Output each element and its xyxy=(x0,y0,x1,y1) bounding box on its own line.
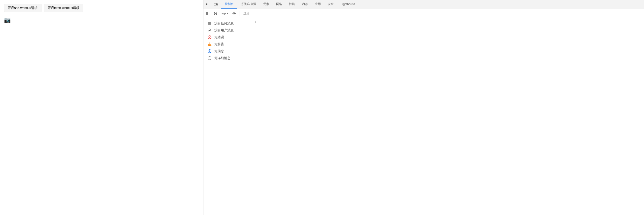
sse-button[interactable]: 开启sse-webflux请求 xyxy=(4,4,42,12)
tab-lighthouse[interactable]: Lighthouse xyxy=(337,0,359,9)
inspect-icon[interactable] xyxy=(204,1,211,8)
filter-item-errors[interactable]: 无错误 xyxy=(204,34,253,41)
tab-security[interactable]: 安全 xyxy=(324,0,337,9)
user-icon xyxy=(208,28,212,33)
devtools-panel: 控制台 源代码/来源 元素 网络 性能 内存 应用 安全 Lighthouse xyxy=(204,0,644,215)
svg-rect-0 xyxy=(206,3,207,3)
svg-rect-12 xyxy=(206,12,210,15)
clear-console-icon[interactable] xyxy=(212,10,219,17)
info-icon xyxy=(208,49,212,53)
filter-input[interactable] xyxy=(242,11,642,16)
tab-elements[interactable]: 元素 xyxy=(260,0,273,9)
warning-icon xyxy=(208,42,212,46)
svg-rect-10 xyxy=(216,4,218,5)
error-icon xyxy=(208,35,212,40)
context-label: top xyxy=(222,12,226,15)
eye-icon[interactable] xyxy=(231,10,237,17)
console-main: › xyxy=(253,18,644,215)
responsive-icon[interactable] xyxy=(212,1,219,8)
svg-rect-4 xyxy=(207,4,208,4)
filter-sidebar: 没有任何消息 没有用户消息 xyxy=(204,18,253,215)
context-selector[interactable]: top ▾ xyxy=(220,11,230,16)
filter-errors-label: 无错误 xyxy=(214,35,224,40)
webpage-buttons: 开启sse-webflux请求 开启fetch-webflux请求 xyxy=(4,4,199,12)
list-icon xyxy=(208,21,212,26)
svg-rect-1 xyxy=(207,3,208,3)
svg-point-20 xyxy=(209,29,210,31)
tab-memory[interactable]: 内存 xyxy=(298,0,311,9)
camera-icon: 📷 xyxy=(4,17,11,23)
svg-rect-8 xyxy=(208,4,208,5)
svg-rect-2 xyxy=(208,3,208,3)
svg-rect-7 xyxy=(207,4,208,5)
console-content: 没有任何消息 没有用户消息 xyxy=(204,18,644,215)
svg-point-32 xyxy=(210,58,210,58)
webpage-panel: 开启sse-webflux请求 开启fetch-webflux请求 📷 xyxy=(0,0,204,215)
svg-rect-6 xyxy=(206,4,207,5)
tab-console[interactable]: 控制台 xyxy=(221,0,237,9)
filter-user-label: 没有用户消息 xyxy=(214,28,234,33)
chevron-down-icon: ▾ xyxy=(227,12,228,15)
filter-info-label: 无信息 xyxy=(214,49,224,53)
filter-item-user[interactable]: 没有用户消息 xyxy=(204,27,253,34)
toolbar-divider xyxy=(239,11,240,16)
sidebar-toggle-icon[interactable] xyxy=(205,10,211,17)
svg-point-16 xyxy=(233,13,234,14)
chevron-right-icon[interactable]: › xyxy=(255,20,256,24)
filter-verbose-label: 无详细消息 xyxy=(214,56,230,60)
svg-point-31 xyxy=(209,58,210,58)
svg-rect-9 xyxy=(214,3,216,5)
filter-warnings-label: 无警告 xyxy=(214,42,224,46)
tab-icons-left xyxy=(204,1,219,8)
fetch-button[interactable]: 开启fetch-webflux请求 xyxy=(44,4,83,12)
filter-all-label: 没有任何消息 xyxy=(214,21,234,26)
tab-sources[interactable]: 源代码/来源 xyxy=(237,0,260,9)
filter-item-verbose[interactable]: 无详细消息 xyxy=(204,55,253,62)
devtools-tab-bar: 控制台 源代码/来源 元素 网络 性能 内存 应用 安全 Lighthouse xyxy=(204,0,644,9)
tab-application[interactable]: 应用 xyxy=(311,0,324,9)
verbose-icon xyxy=(208,56,212,60)
svg-rect-5 xyxy=(208,4,208,4)
tab-performance[interactable]: 性能 xyxy=(286,0,298,9)
svg-rect-3 xyxy=(206,4,207,4)
svg-point-30 xyxy=(209,58,209,58)
filter-item-warnings[interactable]: 无警告 xyxy=(204,41,253,48)
svg-point-25 xyxy=(209,45,210,46)
tab-network[interactable]: 网络 xyxy=(273,0,286,9)
filter-item-info[interactable]: 无信息 xyxy=(204,48,253,55)
console-toolbar: top ▾ xyxy=(204,9,644,18)
filter-item-all[interactable]: 没有任何消息 xyxy=(204,20,253,27)
svg-point-28 xyxy=(209,50,210,51)
